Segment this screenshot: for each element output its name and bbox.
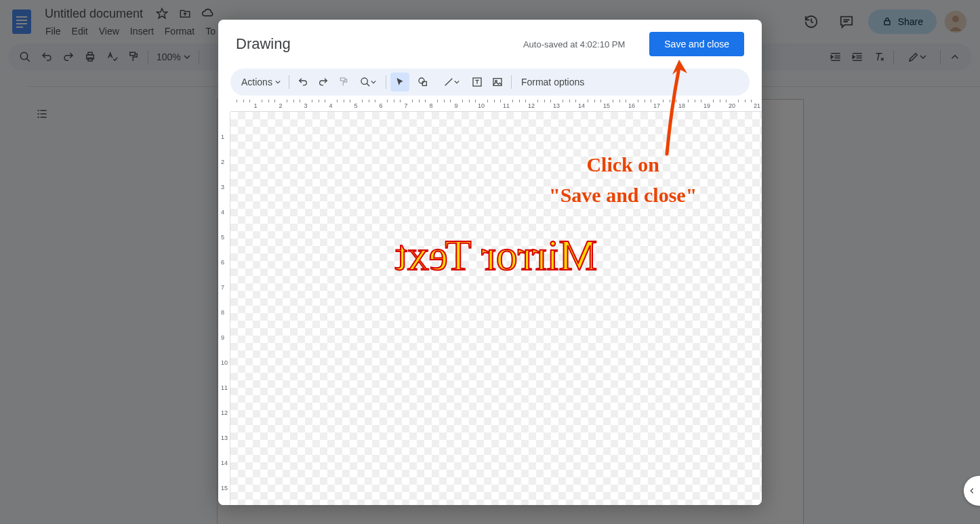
drawing-vertical-ruler: 123456789101112131415 bbox=[218, 112, 230, 505]
select-tool-icon[interactable] bbox=[390, 73, 409, 92]
save-and-close-button[interactable]: Save and close bbox=[649, 32, 744, 56]
toolbar-separator bbox=[511, 75, 512, 89]
toolbar-separator bbox=[386, 75, 386, 89]
undo-icon[interactable] bbox=[293, 73, 312, 92]
drawing-toolbar: Actions Format options bbox=[230, 68, 750, 96]
svg-point-16 bbox=[419, 78, 424, 83]
autosave-status: Auto-saved at 4:02:10 PM bbox=[523, 39, 638, 49]
line-tool-dropdown[interactable] bbox=[436, 73, 466, 92]
drawing-horizontal-ruler: 123456789101112131415161718192021 bbox=[230, 100, 762, 112]
actions-dropdown[interactable]: Actions bbox=[237, 74, 285, 90]
drawing-dialog: Drawing Auto-saved at 4:02:10 PM Save an… bbox=[218, 20, 762, 505]
drawing-canvas[interactable]: Mirror Text bbox=[230, 112, 762, 505]
redo-icon[interactable] bbox=[314, 73, 333, 92]
mirror-text-object[interactable]: Mirror Text bbox=[395, 230, 597, 281]
text-box-icon[interactable] bbox=[468, 73, 487, 92]
svg-point-15 bbox=[361, 78, 367, 84]
paint-format-icon[interactable] bbox=[334, 73, 353, 92]
dialog-header: Drawing Auto-saved at 4:02:10 PM Save an… bbox=[218, 20, 762, 64]
image-icon[interactable] bbox=[488, 73, 507, 92]
svg-rect-17 bbox=[422, 81, 426, 85]
dialog-title: Drawing bbox=[236, 35, 291, 53]
toolbar-separator bbox=[289, 75, 289, 89]
format-options-button[interactable]: Format options bbox=[516, 77, 590, 87]
zoom-dropdown[interactable] bbox=[354, 73, 382, 92]
shape-tool-dropdown[interactable] bbox=[411, 73, 435, 92]
svg-rect-14 bbox=[340, 78, 345, 81]
svg-rect-19 bbox=[493, 79, 502, 86]
